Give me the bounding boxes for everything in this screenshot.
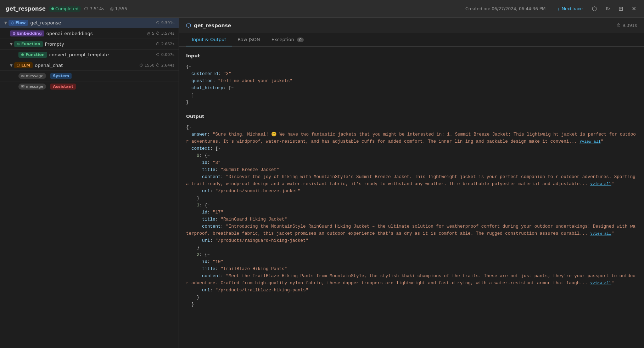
badge-embedding: ⊛ Embedding [10, 30, 44, 36]
tree-name-embeddings: openai_embeddings [46, 31, 93, 36]
view-all-context-1[interactable]: ∨view all [590, 232, 611, 236]
tree-label-prompty: ⊕ Function Prompty [14, 41, 156, 47]
badge-assistant: Assistant [50, 84, 76, 90]
tree-name-prompty: Prompty [45, 41, 64, 47]
tree-name-llm: openai_chat [35, 63, 63, 68]
grid-button[interactable]: ⊞ [616, 4, 625, 13]
tree-time-prompty: ⏱ 2.662s [156, 42, 174, 46]
tree-name-convert: convert_prompt_template [49, 52, 109, 57]
output-section: Output {~ answer: "Sure thing, Michael! … [186, 113, 637, 308]
chevron-icon-prompty[interactable]: ▼ [10, 42, 13, 46]
code-line: {~ [186, 63, 637, 70]
share-button[interactable]: ⬡ [590, 4, 599, 13]
code-line: content: "Meet the TrailBlaze Hiking Pan… [186, 273, 637, 287]
close-button[interactable]: ✕ [629, 4, 638, 13]
right-panel-time: ⏱ 9.391s [617, 23, 637, 28]
code-line: url: "/products/rainguard-hiking-jacket" [186, 237, 637, 244]
meta-info: ⏱ 7.514s ◎ 1,555 [84, 6, 127, 11]
code-line: chat_history: [~ [186, 85, 637, 92]
exception-badge: 0 [297, 38, 304, 42]
tree-item-function-prompty[interactable]: ▼ ⊕ Function Prompty ⏱ 2.662s [0, 39, 179, 50]
view-all-answer[interactable]: ∨view all [579, 139, 600, 144]
chevron-icon[interactable]: ▼ [4, 21, 7, 25]
tree-label-msg-system: ✉ message System [18, 73, 174, 79]
code-content-area: Input {~ customerId: "3" question: "tell… [179, 47, 644, 348]
right-panel-time-value: 9.391s [622, 23, 637, 28]
tab-exception[interactable]: Exception 0 [266, 33, 309, 46]
function-icon-1: ⊕ [17, 42, 20, 46]
code-line: question: "tell me about your jackets" [186, 78, 637, 85]
view-all-context-0[interactable]: ∨view all [590, 182, 611, 186]
code-line: } [186, 195, 637, 202]
tree-item-msg-system[interactable]: ✉ message System [0, 71, 179, 81]
tree-item-msg-assistant[interactable]: ✉ message Assistant [0, 81, 179, 92]
tree-item-flow-root[interactable]: ▼ ⬡ Flow get_response ⏱ 9.391s [0, 18, 179, 28]
tree-label-msg-assistant: ✉ message Assistant [18, 84, 174, 90]
next-trace-button[interactable]: ↓ Next trace [554, 5, 586, 13]
code-line: 0: {~ [186, 152, 637, 159]
function-icon-2: ⊕ [21, 52, 24, 57]
badge-function-convert: ⊕ Function [18, 52, 47, 58]
right-panel-icon: ⬡ [186, 22, 191, 29]
grid-icon: ⊞ [618, 5, 623, 12]
clock-icon-sm: ⏱ [156, 21, 160, 25]
code-line: title: "TrailBlaze Hiking Pants" [186, 266, 637, 273]
refresh-button[interactable]: ↻ [603, 4, 612, 13]
tab-input-output[interactable]: Input & Output [186, 33, 232, 46]
input-code: {~ customerId: "3" question: "tell me ab… [186, 63, 637, 106]
clock2-icon-llm: ⏱ [156, 63, 160, 68]
code-line: } [186, 99, 637, 106]
tree-time-embedding: ◎ 5 ⏱ 3.574s [147, 31, 174, 36]
clock-icon-llm: ⏱ [139, 63, 143, 68]
token-icon: ◎ [110, 6, 113, 11]
created-text: Created on: 06/27/2024, 06:44:36 PM [465, 6, 545, 11]
duration-value: 7.514s [90, 6, 104, 11]
tree-time-llm: ⏱ 1550 ⏱ 2.644s [139, 63, 174, 68]
header-left: get_response Completed ⏱ 7.514s ◎ 1,555 [6, 6, 465, 12]
input-section: Input {~ customerId: "3" question: "tell… [186, 52, 637, 106]
code-line: 2: {~ [186, 251, 637, 258]
next-trace-label: Next trace [562, 6, 583, 11]
input-label: Input [186, 52, 637, 60]
code-line: } [186, 244, 637, 251]
output-label: Output [186, 113, 637, 120]
close-icon: ✕ [632, 5, 636, 12]
tree-item-convert-prompt[interactable]: ⊕ Function convert_prompt_template ⏱ 0.0… [0, 50, 179, 60]
code-line: id: "3" [186, 159, 637, 166]
tokens-value: 1,555 [115, 6, 127, 11]
tree-item-embedding[interactable]: ⊛ Embedding openai_embeddings ◎ 5 ⏱ 3.57… [0, 28, 179, 39]
share-icon: ⬡ [592, 5, 597, 12]
tree-time-convert: ⏱ 0.007s [156, 52, 174, 57]
code-line: 1: {~ [186, 202, 637, 209]
code-line: customerId: "3" [186, 70, 637, 78]
main-content: ▼ ⬡ Flow get_response ⏱ 9.391s ⊛ Embeddi… [0, 18, 644, 348]
code-line: id: "10" [186, 258, 637, 266]
clock-icon: ⏱ [84, 6, 88, 11]
tree-item-llm[interactable]: ▼ ⬡ LLM openai_chat ⏱ 1550 ⏱ 2.644s [0, 60, 179, 71]
code-line: url: "/products/summit-breeze-jacket" [186, 188, 637, 195]
clock-icon-panel: ⏱ [617, 23, 621, 28]
code-line: } [186, 301, 637, 308]
code-line: {~ [186, 124, 637, 131]
refresh-icon: ↻ [605, 5, 610, 12]
tree-label-embedding: ⊛ Embedding openai_embeddings [10, 30, 147, 36]
code-line: title: "RainGuard Hiking Jacket" [186, 216, 637, 223]
code-line: id: "17" [186, 209, 637, 216]
left-panel: ▼ ⬡ Flow get_response ⏱ 9.391s ⊛ Embeddi… [0, 18, 179, 348]
badge-flow: ⬡ Flow [9, 20, 28, 26]
badge-system: System [50, 73, 72, 79]
right-panel: ⬡ get_response ⏱ 9.391s Input & Output R… [179, 18, 644, 348]
view-all-context-2[interactable]: ∨view all [590, 281, 611, 285]
code-line: content: "Discover the joy of hiking wit… [186, 173, 637, 188]
code-line: url: "/products/trailblaze-hiking-pants" [186, 287, 637, 294]
tab-raw-json[interactable]: Raw JSON [232, 33, 266, 46]
status-text: Completed [55, 6, 78, 11]
top-header: get_response Completed ⏱ 7.514s ◎ 1,555 … [0, 0, 644, 18]
flow-icon: ⬡ [11, 21, 14, 25]
badge-message-assistant: ✉ message [18, 84, 46, 90]
tree-label-convert: ⊕ Function convert_prompt_template [18, 52, 156, 58]
code-line: context: [~ [186, 145, 637, 152]
code-line: ] [186, 92, 637, 99]
chevron-icon-llm[interactable]: ▼ [10, 63, 13, 67]
embedding-icon: ⊛ [12, 31, 16, 36]
